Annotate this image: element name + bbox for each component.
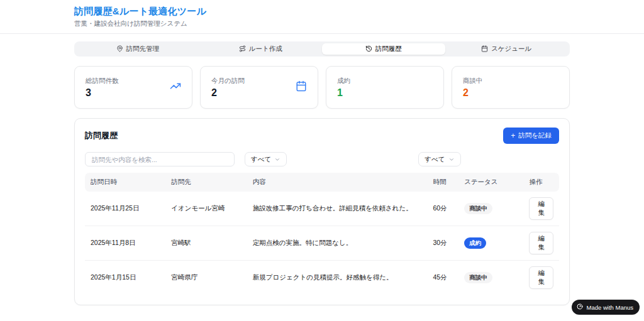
edit-button[interactable]: 編集 <box>529 197 553 220</box>
status-badge: 商談中 <box>464 203 492 214</box>
history-icon <box>365 45 372 53</box>
chevron-down-icon <box>448 156 455 163</box>
visit-content: 施設改修工事の打ち合わせ。詳細見積を依頼された。 <box>247 192 428 226</box>
stat-card-closed-deals: 成約 1 <box>326 66 444 109</box>
edit-button[interactable]: 編集 <box>529 232 553 254</box>
made-with-manus-label: Made with Manus <box>587 304 633 311</box>
status-filter-select[interactable]: すべて <box>245 152 287 166</box>
tab-label: 訪問履歴 <box>375 45 402 53</box>
main-content: 訪問先管理 ルート作成 訪問履歴 スケジュール 総訪問件数 3 <box>74 41 570 305</box>
calendar-icon <box>481 45 488 53</box>
manus-logo-icon <box>576 303 584 312</box>
table-row: 2025年1月15日 宮崎県庁 新規プロジェクトの見積提示。好感触を得た。 45… <box>85 261 559 295</box>
visit-content: 定期点検の実施。特に問題なし。 <box>247 226 428 261</box>
page-title: 訪問履歴&ルート最適化ツール <box>74 6 570 18</box>
tab-label: 訪問先管理 <box>126 45 160 53</box>
map-pin-icon <box>116 45 123 53</box>
tab-visit-history[interactable]: 訪問履歴 <box>322 43 445 55</box>
route-icon <box>239 45 246 53</box>
visit-date: 2025年11月25日 <box>85 192 165 226</box>
stat-cards: 総訪問件数 3 今月の訪問 2 成約 1 商談中 2 <box>74 66 570 109</box>
filter-row: すべて すべて <box>85 152 559 166</box>
tab-label: スケジュール <box>491 45 531 53</box>
search-input[interactable] <box>85 152 235 166</box>
stat-label: 総訪問件数 <box>86 77 119 85</box>
stat-value: 3 <box>86 87 119 99</box>
record-visit-label: 訪問を記録 <box>518 131 552 140</box>
table-row: 2025年11月25日 イオンモール宮崎 施設改修工事の打ち合わせ。詳細見積を依… <box>85 192 559 226</box>
tab-visit-management[interactable]: 訪問先管理 <box>76 43 199 55</box>
made-with-manus-badge[interactable]: Made with Manus <box>572 300 640 315</box>
status-badge: 商談中 <box>464 272 492 283</box>
visit-place: 宮崎駅 <box>165 226 247 261</box>
table-row: 2025年11月8日 宮崎駅 定期点検の実施。特に問題なし。 30分 成約 編集 <box>85 226 559 261</box>
app-header: 訪問履歴&ルート最適化ツール 営業・建設会社向け訪問管理システム <box>0 0 644 34</box>
visit-date: 2025年1月15日 <box>85 261 165 295</box>
stat-value: 2 <box>463 87 483 99</box>
plus-icon: + <box>511 133 515 139</box>
stat-value: 1 <box>337 87 350 99</box>
col-header-action: 操作 <box>523 173 559 192</box>
col-header-status: ステータス <box>458 173 523 192</box>
status-badge: 成約 <box>464 237 486 249</box>
stat-value: 2 <box>211 87 245 99</box>
col-header-place: 訪問先 <box>165 173 247 192</box>
stat-label: 今月の訪問 <box>211 77 245 85</box>
tab-route-creation[interactable]: ルート作成 <box>199 43 323 55</box>
visits-table: 訪問日時 訪問先 内容 時間 ステータス 操作 2025年11月25日 イオンモ… <box>85 173 559 295</box>
stat-card-total-visits: 総訪問件数 3 <box>74 66 192 109</box>
trending-up-icon <box>170 80 181 94</box>
stat-label: 成約 <box>337 77 350 85</box>
stat-card-monthly-visits: 今月の訪問 2 <box>200 66 318 109</box>
stat-label: 商談中 <box>463 77 483 85</box>
tab-schedule[interactable]: スケジュール <box>445 43 569 55</box>
panel-title: 訪問履歴 <box>85 130 118 141</box>
col-header-content: 内容 <box>247 173 428 192</box>
period-filter-select[interactable]: すべて <box>418 152 460 166</box>
visit-place: イオンモール宮崎 <box>165 192 247 226</box>
visit-duration: 30分 <box>427 226 458 261</box>
visit-history-panel: 訪問履歴 + 訪問を記録 すべて すべて <box>74 118 570 305</box>
visit-duration: 45分 <box>427 261 458 295</box>
page-subtitle: 営業・建設会社向け訪問管理システム <box>74 19 570 28</box>
table-header-row: 訪問日時 訪問先 内容 時間 ステータス 操作 <box>85 173 559 192</box>
stat-card-in-negotiation: 商談中 2 <box>452 66 570 109</box>
calendar-icon <box>296 80 307 94</box>
record-visit-button[interactable]: + 訪問を記録 <box>503 128 559 144</box>
tab-label: ルート作成 <box>249 45 282 53</box>
period-filter-value: すべて <box>425 155 445 164</box>
col-header-date: 訪問日時 <box>85 173 165 192</box>
chevron-down-icon <box>274 156 280 163</box>
visit-date: 2025年11月8日 <box>85 226 165 261</box>
status-filter-value: すべて <box>251 155 271 164</box>
edit-button[interactable]: 編集 <box>529 266 553 289</box>
visit-duration: 60分 <box>427 192 458 226</box>
visit-content: 新規プロジェクトの見積提示。好感触を得た。 <box>247 261 428 295</box>
col-header-duration: 時間 <box>427 173 458 192</box>
visit-place: 宮崎県庁 <box>165 261 247 295</box>
tab-bar: 訪問先管理 ルート作成 訪問履歴 スケジュール <box>74 41 570 57</box>
